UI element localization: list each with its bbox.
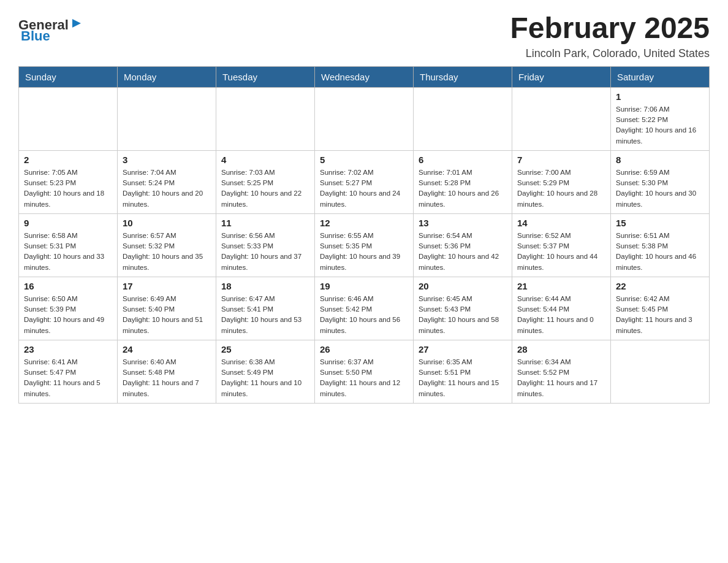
calendar-cell: 10Sunrise: 6:57 AMSunset: 5:32 PMDayligh… xyxy=(118,213,216,277)
day-number: 11 xyxy=(221,218,309,228)
calendar-cell xyxy=(611,340,710,403)
calendar-cell: 20Sunrise: 6:45 AMSunset: 5:43 PMDayligh… xyxy=(414,277,512,340)
day-sun-info: Sunrise: 6:44 AMSunset: 5:44 PMDaylight:… xyxy=(517,294,605,336)
weekday-header-friday: Friday xyxy=(512,66,611,87)
day-number: 23 xyxy=(24,344,112,354)
calendar-table: SundayMondayTuesdayWednesdayThursdayFrid… xyxy=(18,66,710,404)
day-number: 28 xyxy=(517,344,605,354)
calendar-week-row: 1Sunrise: 7:06 AMSunset: 5:22 PMDaylight… xyxy=(19,87,710,150)
weekday-header-thursday: Thursday xyxy=(414,66,512,87)
calendar-week-row: 23Sunrise: 6:41 AMSunset: 5:47 PMDayligh… xyxy=(19,340,710,403)
day-number: 18 xyxy=(221,281,309,291)
calendar-cell: 23Sunrise: 6:41 AMSunset: 5:47 PMDayligh… xyxy=(19,340,118,403)
calendar-cell: 9Sunrise: 6:58 AMSunset: 5:31 PMDaylight… xyxy=(19,213,118,277)
calendar-week-row: 9Sunrise: 6:58 AMSunset: 5:31 PMDaylight… xyxy=(19,213,710,277)
day-sun-info: Sunrise: 6:37 AMSunset: 5:50 PMDaylight:… xyxy=(320,357,408,399)
calendar-cell: 24Sunrise: 6:40 AMSunset: 5:48 PMDayligh… xyxy=(118,340,216,403)
weekday-header-saturday: Saturday xyxy=(611,66,710,87)
day-sun-info: Sunrise: 7:06 AMSunset: 5:22 PMDaylight:… xyxy=(616,104,704,147)
calendar-cell xyxy=(118,87,216,150)
calendar-cell: 22Sunrise: 6:42 AMSunset: 5:45 PMDayligh… xyxy=(611,277,710,340)
day-number: 21 xyxy=(517,281,605,291)
calendar-cell: 12Sunrise: 6:55 AMSunset: 5:35 PMDayligh… xyxy=(315,213,414,277)
day-sun-info: Sunrise: 6:57 AMSunset: 5:32 PMDaylight:… xyxy=(123,231,211,273)
calendar-cell: 14Sunrise: 6:52 AMSunset: 5:37 PMDayligh… xyxy=(512,213,611,277)
calendar-cell: 2Sunrise: 7:05 AMSunset: 5:23 PMDaylight… xyxy=(19,150,118,213)
day-sun-info: Sunrise: 6:34 AMSunset: 5:52 PMDaylight:… xyxy=(517,357,605,399)
day-number: 17 xyxy=(123,281,211,291)
calendar-cell: 28Sunrise: 6:34 AMSunset: 5:52 PMDayligh… xyxy=(512,340,611,403)
calendar-cell: 18Sunrise: 6:47 AMSunset: 5:41 PMDayligh… xyxy=(216,277,315,340)
calendar-cell: 6Sunrise: 7:01 AMSunset: 5:28 PMDaylight… xyxy=(414,150,512,213)
day-number: 13 xyxy=(419,218,507,228)
day-sun-info: Sunrise: 7:01 AMSunset: 5:28 PMDaylight:… xyxy=(419,167,507,210)
day-number: 10 xyxy=(123,218,211,228)
day-sun-info: Sunrise: 7:04 AMSunset: 5:24 PMDaylight:… xyxy=(123,167,211,210)
logo-arrow-icon xyxy=(70,17,83,30)
calendar-week-row: 2Sunrise: 7:05 AMSunset: 5:23 PMDaylight… xyxy=(19,150,710,213)
day-sun-info: Sunrise: 6:52 AMSunset: 5:37 PMDaylight:… xyxy=(517,231,605,273)
calendar-cell: 15Sunrise: 6:51 AMSunset: 5:38 PMDayligh… xyxy=(611,213,710,277)
day-number: 12 xyxy=(320,218,408,228)
day-number: 6 xyxy=(419,155,507,165)
calendar-week-row: 16Sunrise: 6:50 AMSunset: 5:39 PMDayligh… xyxy=(19,277,710,340)
weekday-header-sunday: Sunday xyxy=(19,66,118,87)
day-sun-info: Sunrise: 6:49 AMSunset: 5:40 PMDaylight:… xyxy=(123,294,211,336)
day-number: 3 xyxy=(123,155,211,165)
calendar-cell: 7Sunrise: 7:00 AMSunset: 5:29 PMDaylight… xyxy=(512,150,611,213)
day-number: 15 xyxy=(616,218,704,228)
logo: General Blue xyxy=(18,12,83,44)
day-number: 27 xyxy=(419,344,507,354)
day-sun-info: Sunrise: 7:03 AMSunset: 5:25 PMDaylight:… xyxy=(221,167,309,210)
calendar-cell: 25Sunrise: 6:38 AMSunset: 5:49 PMDayligh… xyxy=(216,340,315,403)
day-sun-info: Sunrise: 7:00 AMSunset: 5:29 PMDaylight:… xyxy=(517,167,605,210)
calendar-cell: 17Sunrise: 6:49 AMSunset: 5:40 PMDayligh… xyxy=(118,277,216,340)
month-title: February 2025 xyxy=(510,12,710,45)
day-number: 1 xyxy=(616,91,704,102)
day-sun-info: Sunrise: 6:59 AMSunset: 5:30 PMDaylight:… xyxy=(616,167,704,210)
day-number: 2 xyxy=(24,155,112,165)
calendar-cell: 19Sunrise: 6:46 AMSunset: 5:42 PMDayligh… xyxy=(315,277,414,340)
page-header: General Blue February 2025 Lincoln Park,… xyxy=(18,12,710,60)
weekday-header-monday: Monday xyxy=(118,66,216,87)
day-sun-info: Sunrise: 6:50 AMSunset: 5:39 PMDaylight:… xyxy=(24,294,112,336)
day-number: 20 xyxy=(419,281,507,291)
day-number: 22 xyxy=(616,281,704,291)
day-sun-info: Sunrise: 6:40 AMSunset: 5:48 PMDaylight:… xyxy=(123,357,211,399)
calendar-cell: 13Sunrise: 6:54 AMSunset: 5:36 PMDayligh… xyxy=(414,213,512,277)
day-sun-info: Sunrise: 6:46 AMSunset: 5:42 PMDaylight:… xyxy=(320,294,408,336)
weekday-header-tuesday: Tuesday xyxy=(216,66,315,87)
day-sun-info: Sunrise: 7:05 AMSunset: 5:23 PMDaylight:… xyxy=(24,167,112,210)
logo-blue-text: Blue xyxy=(21,28,50,44)
day-number: 16 xyxy=(24,281,112,291)
day-sun-info: Sunrise: 6:54 AMSunset: 5:36 PMDaylight:… xyxy=(419,231,507,273)
calendar-cell: 27Sunrise: 6:35 AMSunset: 5:51 PMDayligh… xyxy=(414,340,512,403)
day-number: 8 xyxy=(616,155,704,165)
day-number: 25 xyxy=(221,344,309,354)
day-sun-info: Sunrise: 6:58 AMSunset: 5:31 PMDaylight:… xyxy=(24,231,112,273)
calendar-cell xyxy=(216,87,315,150)
location-subtitle: Lincoln Park, Colorado, United States xyxy=(510,47,710,60)
day-sun-info: Sunrise: 6:38 AMSunset: 5:49 PMDaylight:… xyxy=(221,357,309,399)
day-sun-info: Sunrise: 6:55 AMSunset: 5:35 PMDaylight:… xyxy=(320,231,408,273)
day-number: 9 xyxy=(24,218,112,228)
day-sun-info: Sunrise: 6:35 AMSunset: 5:51 PMDaylight:… xyxy=(419,357,507,399)
day-number: 4 xyxy=(221,155,309,165)
day-sun-info: Sunrise: 6:41 AMSunset: 5:47 PMDaylight:… xyxy=(24,357,112,399)
day-sun-info: Sunrise: 6:56 AMSunset: 5:33 PMDaylight:… xyxy=(221,231,309,273)
day-number: 7 xyxy=(517,155,605,165)
calendar-cell: 3Sunrise: 7:04 AMSunset: 5:24 PMDaylight… xyxy=(118,150,216,213)
day-number: 5 xyxy=(320,155,408,165)
day-sun-info: Sunrise: 6:45 AMSunset: 5:43 PMDaylight:… xyxy=(419,294,507,336)
calendar-header-row: SundayMondayTuesdayWednesdayThursdayFrid… xyxy=(19,66,710,87)
calendar-cell: 16Sunrise: 6:50 AMSunset: 5:39 PMDayligh… xyxy=(19,277,118,340)
day-number: 19 xyxy=(320,281,408,291)
calendar-cell: 11Sunrise: 6:56 AMSunset: 5:33 PMDayligh… xyxy=(216,213,315,277)
day-number: 14 xyxy=(517,218,605,228)
weekday-header-wednesday: Wednesday xyxy=(315,66,414,87)
calendar-cell: 21Sunrise: 6:44 AMSunset: 5:44 PMDayligh… xyxy=(512,277,611,340)
calendar-cell: 4Sunrise: 7:03 AMSunset: 5:25 PMDaylight… xyxy=(216,150,315,213)
calendar-cell xyxy=(19,87,118,150)
calendar-cell: 26Sunrise: 6:37 AMSunset: 5:50 PMDayligh… xyxy=(315,340,414,403)
title-area: February 2025 Lincoln Park, Colorado, Un… xyxy=(510,12,710,60)
